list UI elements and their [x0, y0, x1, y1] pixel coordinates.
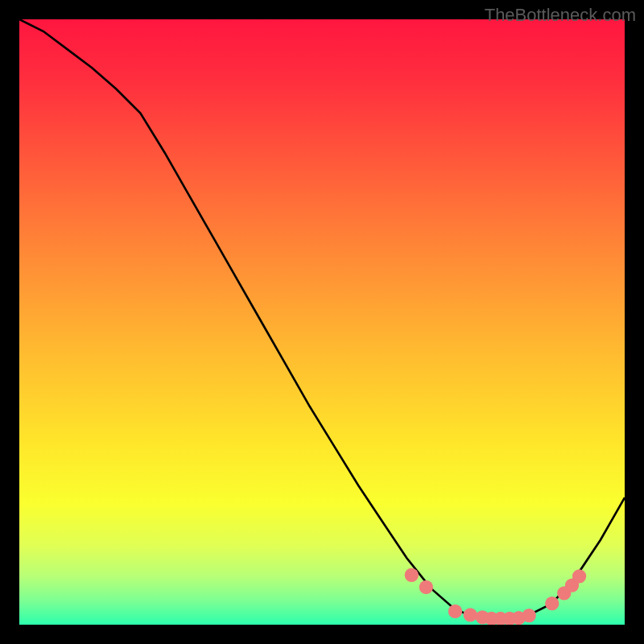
highlight-dot [572, 569, 586, 583]
highlight-dot [545, 597, 559, 610]
highlight-dot [419, 580, 433, 594]
highlight-dot [522, 609, 536, 622]
chart-plot-area [19, 19, 625, 625]
highlight-dot [464, 608, 477, 621]
highlight-dot [405, 568, 419, 582]
highlight-dots [19, 19, 625, 625]
highlight-dot [448, 605, 462, 618]
watermark-text: TheBottleneck.com [485, 5, 636, 26]
